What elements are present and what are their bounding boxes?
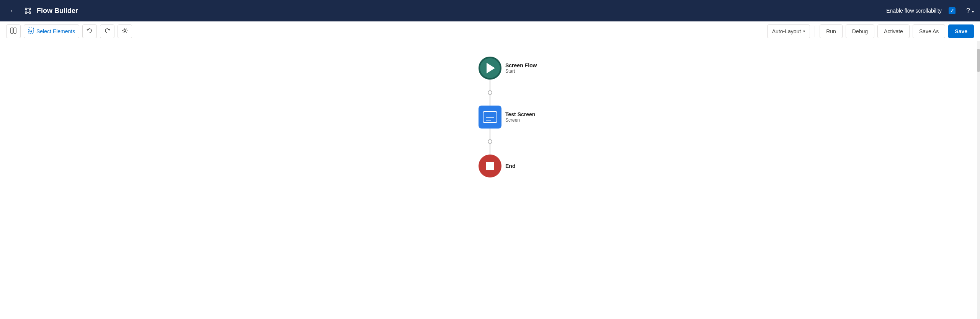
screen-lines [486,117,494,120]
settings-button[interactable] [118,24,132,38]
auto-layout-chevron: ▾ [803,29,805,33]
connector-1 [488,80,492,106]
line-1a [490,80,490,90]
line-1b [490,95,490,106]
screen-node-subtitle: Screen [505,117,535,123]
toolbar: Select Elements Auto-Layout ▾ [0,21,980,41]
screen-inner [483,111,497,123]
end-circle[interactable] [479,155,501,177]
save-as-label: Save As [919,28,939,34]
start-circle[interactable] [479,57,501,80]
screen-node-title: Test Screen [505,111,535,117]
screen-node-label: Test Screen Screen [505,111,535,123]
debug-label: Debug [852,28,868,34]
select-elements-button[interactable]: Select Elements [24,24,79,38]
start-node-subtitle: Start [505,68,537,74]
help-arrow: ▾ [972,10,974,14]
select-elements-icon [28,28,34,35]
end-node[interactable]: End [479,155,501,177]
settings-icon [122,28,128,35]
top-nav: ← Flow Builder Enable flow scrollability… [0,0,980,21]
scrollbar-thumb[interactable] [977,49,980,72]
screen-line-2 [486,120,491,120]
activate-button[interactable]: Activate [877,24,910,38]
flow-diagram: Screen Flow Start Test Screen [479,41,501,177]
play-icon [487,63,495,73]
save-as-button[interactable]: Save As [913,24,945,38]
screen-node[interactable]: Test Screen Screen [479,106,501,129]
undo-icon [87,28,93,35]
activate-label: Activate [884,28,903,34]
line-2a [490,129,490,139]
end-node-label: End [505,163,515,169]
screen-line-1 [486,117,494,118]
screen-rect[interactable] [479,106,501,129]
toolbar-separator-1 [815,26,815,37]
auto-layout-button[interactable]: Auto-Layout ▾ [767,24,810,38]
scrollbar[interactable] [977,41,980,319]
redo-button[interactable] [100,24,114,38]
flow-icon [24,7,32,15]
svg-point-7 [124,30,126,32]
redo-icon [104,28,110,35]
page-title: Flow Builder [37,7,78,15]
flow-canvas[interactable]: Screen Flow Start Test Screen [0,41,980,319]
start-node-title: Screen Flow [505,62,537,68]
help-button[interactable]: ? ▾ [966,7,974,15]
scrollability-label: Enable flow scrollability [886,8,942,14]
stop-icon [486,162,494,170]
save-label: Save [955,28,967,34]
back-button[interactable]: ← [6,5,19,16]
select-elements-label: Select Elements [36,28,75,34]
run-label: Run [826,28,836,34]
connector-2 [488,129,492,155]
undo-button[interactable] [82,24,97,38]
panel-icon [10,28,16,35]
line-2b [490,144,490,155]
help-icon: ? [966,7,970,15]
start-node-label: Screen Flow Start [505,62,537,74]
end-node-title: End [505,163,515,169]
connector-dot-2[interactable] [488,139,492,144]
scrollability-checkbox[interactable] [949,7,956,14]
svg-rect-5 [14,28,16,33]
run-button[interactable]: Run [820,24,843,38]
back-icon: ← [9,7,16,15]
auto-layout-label: Auto-Layout [772,28,801,34]
connector-dot-1[interactable] [488,90,492,95]
panel-toggle-button[interactable] [6,24,21,38]
svg-rect-4 [11,28,13,33]
debug-button[interactable]: Debug [846,24,874,38]
start-node[interactable]: Screen Flow Start [479,57,501,80]
save-button[interactable]: Save [948,24,974,38]
